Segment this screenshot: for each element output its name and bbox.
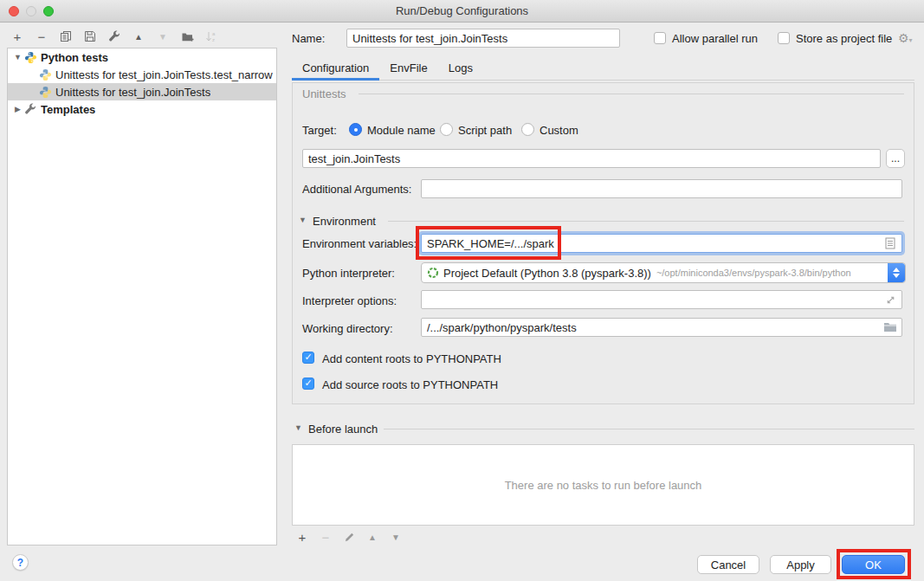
move-up-icon[interactable]: ▲ <box>132 29 145 43</box>
run-debug-configurations-dialog: Run/Debug Configurations + − ▲ ▼ az ▼ Py <box>0 0 924 581</box>
ok-button[interactable]: OK <box>842 555 905 574</box>
additional-arguments-input[interactable] <box>421 179 902 198</box>
save-icon[interactable] <box>83 29 97 43</box>
python-interpreter-path: ~/opt/miniconda3/envs/pyspark-3.8/bin/py… <box>656 268 851 278</box>
environment-variables-label: Environment variables: <box>302 237 417 250</box>
python-test-icon <box>39 86 52 99</box>
environment-divider <box>388 221 904 222</box>
remove-icon[interactable]: − <box>35 29 48 43</box>
select-stepper-icon[interactable] <box>888 263 905 282</box>
chevron-right-icon[interactable]: ▶ <box>13 105 23 113</box>
add-content-roots-checkbox[interactable] <box>302 352 314 364</box>
edit-variables-icon[interactable] <box>885 237 895 252</box>
help-button[interactable]: ? <box>12 554 29 571</box>
configurations-toolbar: + − ▲ ▼ az <box>10 28 218 45</box>
apply-button[interactable]: Apply <box>770 555 831 574</box>
store-as-project-file-label: Store as project file <box>796 32 892 45</box>
new-folder-icon[interactable] <box>180 29 194 43</box>
browse-button[interactable]: ... <box>886 149 905 168</box>
tree-item-label: Python tests <box>41 51 108 64</box>
interpreter-options-label: Interpreter options: <box>302 294 397 307</box>
tab-envfile[interactable]: EnvFile <box>379 57 437 81</box>
before-launch-toolbar: + − ▲ ▼ <box>295 529 403 545</box>
before-launch-title: Before launch <box>308 423 378 436</box>
radio-custom[interactable] <box>521 123 534 136</box>
tree-item-label: Templates <box>41 103 95 116</box>
name-label: Name: <box>292 32 325 45</box>
move-up-icon[interactable]: ▲ <box>365 530 379 544</box>
radio-module-name-label: Module name <box>367 124 436 137</box>
radio-script-path[interactable] <box>440 123 453 136</box>
tree-item-label: Unittests for test_join.JoinTests.test_n… <box>55 68 273 81</box>
tab-configuration[interactable]: Configuration <box>292 57 379 81</box>
tab-bar: Configuration EnvFile Logs <box>292 57 483 81</box>
folder-icon[interactable] <box>883 321 897 335</box>
add-source-roots-label: Add source roots to PYTHONPATH <box>322 378 498 391</box>
store-as-project-file-checkbox[interactable] <box>778 32 790 44</box>
target-label: Target: <box>302 124 337 137</box>
expand-field-icon[interactable] <box>885 294 896 308</box>
edit-icon[interactable] <box>342 530 356 544</box>
move-down-icon[interactable]: ▼ <box>156 29 170 43</box>
tree-item-unittests-jointests-selected[interactable]: Unittests for test_join.JoinTests <box>8 83 276 100</box>
radio-module-name[interactable] <box>349 123 362 136</box>
radio-script-path-label: Script path <box>458 124 512 137</box>
environment-collapse-icon[interactable]: ▼ <box>299 216 307 224</box>
additional-arguments-label: Additional Arguments: <box>302 183 411 196</box>
svg-text:a: a <box>212 31 216 36</box>
sort-alphabetically-icon[interactable]: az <box>204 29 218 43</box>
python-icon <box>24 51 37 64</box>
before-launch-task-list: There are no tasks to run before launch <box>292 444 914 526</box>
move-down-icon[interactable]: ▼ <box>389 530 403 544</box>
add-source-roots-checkbox[interactable] <box>302 378 314 390</box>
title-bar: Run/Debug Configurations <box>0 0 924 23</box>
python-interpreter-select[interactable]: Project Default (Python 3.8 (pyspark-3.8… <box>421 262 906 283</box>
configurations-tree: ▼ Python tests Unittests for test_join.J… <box>7 48 277 545</box>
group-divider <box>359 94 904 94</box>
tree-item-templates[interactable]: ▶ Templates <box>8 100 276 118</box>
remove-icon[interactable]: − <box>319 530 333 544</box>
working-directory-input[interactable] <box>421 318 902 337</box>
environment-variables-input[interactable] <box>421 234 902 253</box>
add-icon[interactable]: + <box>10 29 24 43</box>
python-test-icon <box>39 68 52 81</box>
unittests-group-title: Unittests <box>302 87 346 100</box>
before-launch-collapse-icon[interactable]: ▼ <box>294 423 302 432</box>
working-directory-label: Working directory: <box>302 322 393 335</box>
cancel-button[interactable]: Cancel <box>697 555 759 574</box>
allow-parallel-run-checkbox[interactable] <box>654 32 666 44</box>
module-name-input[interactable] <box>302 149 881 168</box>
add-content-roots-label: Add content roots to PYTHONPATH <box>322 352 501 365</box>
name-input[interactable] <box>346 29 620 48</box>
radio-custom-label: Custom <box>540 124 578 137</box>
environment-section-title: Environment <box>313 215 376 228</box>
store-options-gear-icon[interactable]: ⚙▾ <box>898 32 913 44</box>
edit-templates-icon[interactable] <box>107 29 121 43</box>
interpreter-options-input[interactable] <box>421 290 902 309</box>
tree-item-python-tests[interactable]: ▼ Python tests <box>8 48 276 66</box>
python-interpreter-label: Python interpreter: <box>302 267 395 280</box>
add-icon[interactable]: + <box>295 530 309 544</box>
conda-env-icon <box>427 267 439 279</box>
tree-item-label: Unittests for test_join.JoinTests <box>55 86 210 99</box>
wrench-icon <box>24 103 37 116</box>
python-interpreter-value: Project Default (Python 3.8 (pyspark-3.8… <box>443 267 651 280</box>
tree-item-unittests-test-narrow[interactable]: Unittests for test_join.JoinTests.test_n… <box>8 66 276 83</box>
chevron-down-icon[interactable]: ▼ <box>13 53 23 61</box>
allow-parallel-run-label: Allow parallel run <box>672 32 758 45</box>
window-title: Run/Debug Configurations <box>0 4 924 17</box>
before-launch-empty-message: There are no tasks to run before launch <box>505 479 702 492</box>
before-launch-divider <box>384 429 914 429</box>
svg-text:z: z <box>212 37 215 42</box>
tab-logs[interactable]: Logs <box>438 57 483 81</box>
copy-icon[interactable] <box>59 29 73 43</box>
